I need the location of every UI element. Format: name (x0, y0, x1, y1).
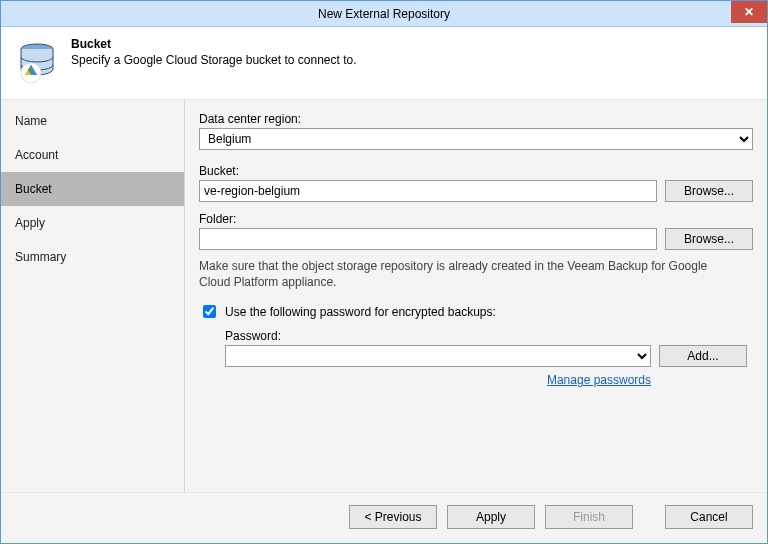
help-text: Make sure that the object storage reposi… (199, 258, 739, 290)
region-label: Data center region: (199, 112, 753, 126)
page-subtitle: Specify a Google Cloud Storage bucket to… (71, 53, 357, 67)
window-title: New External Repository (318, 7, 450, 21)
wizard-steps-sidebar: Name Account Bucket Apply Summary (1, 100, 185, 492)
browse-folder-button[interactable]: Browse... (665, 228, 753, 250)
password-section: Password: Add... Manage passwords (199, 327, 753, 387)
svg-point-2 (29, 68, 34, 73)
dialog-window: New External Repository ✕ Bucket Specify… (0, 0, 768, 544)
apply-button[interactable]: Apply (447, 505, 535, 529)
finish-button: Finish (545, 505, 633, 529)
region-select[interactable]: Belgium (199, 128, 753, 150)
encrypt-checkbox-row: Use the following password for encrypted… (199, 302, 753, 321)
close-icon: ✕ (744, 5, 754, 19)
bucket-gcs-icon (15, 37, 63, 85)
close-button[interactable]: ✕ (731, 1, 767, 23)
form-content: Data center region: Belgium Bucket: Brow… (185, 100, 767, 492)
add-password-button[interactable]: Add... (659, 345, 747, 367)
bucket-input[interactable] (199, 180, 657, 202)
step-account[interactable]: Account (1, 138, 184, 172)
password-label: Password: (225, 329, 753, 343)
previous-button[interactable]: < Previous (349, 505, 437, 529)
password-select[interactable] (225, 345, 651, 367)
folder-label: Folder: (199, 212, 753, 226)
cancel-button[interactable]: Cancel (665, 505, 753, 529)
wizard-header: Bucket Specify a Google Cloud Storage bu… (1, 27, 767, 99)
step-summary[interactable]: Summary (1, 240, 184, 274)
encrypt-checkbox[interactable] (203, 305, 216, 318)
encrypt-checkbox-label: Use the following password for encrypted… (225, 305, 496, 319)
step-bucket[interactable]: Bucket (1, 172, 184, 206)
titlebar: New External Repository ✕ (1, 1, 767, 27)
folder-input[interactable] (199, 228, 657, 250)
step-name[interactable]: Name (1, 104, 184, 138)
browse-bucket-button[interactable]: Browse... (665, 180, 753, 202)
page-title: Bucket (71, 37, 357, 51)
header-text: Bucket Specify a Google Cloud Storage bu… (71, 37, 357, 67)
wizard-body: Name Account Bucket Apply Summary Data c… (1, 99, 767, 492)
bucket-label: Bucket: (199, 164, 753, 178)
step-apply[interactable]: Apply (1, 206, 184, 240)
manage-passwords-link[interactable]: Manage passwords (547, 373, 651, 387)
wizard-footer: < Previous Apply Finish Cancel (1, 492, 767, 543)
